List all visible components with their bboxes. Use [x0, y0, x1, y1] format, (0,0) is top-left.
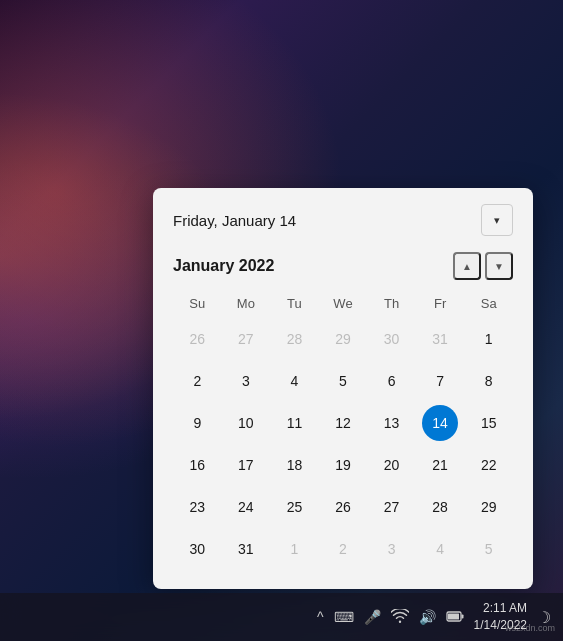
watermark: ws2xdn.com — [505, 623, 555, 633]
day-header-label: Mo — [222, 292, 271, 315]
calendar-day[interactable]: 26 — [325, 489, 361, 525]
calendar-popup: Friday, January 14 ▾ January 2022 ▲ ▼ Su… — [153, 188, 533, 589]
clock-time: 2:11 AM — [483, 600, 527, 617]
calendar-day[interactable]: 1 — [471, 321, 507, 357]
down-arrow-icon: ▼ — [494, 261, 504, 272]
calendar-day[interactable]: 29 — [325, 321, 361, 357]
prev-month-button[interactable]: ▲ — [453, 252, 481, 280]
svg-rect-2 — [461, 614, 463, 618]
calendar-day[interactable]: 31 — [422, 321, 458, 357]
taskbar: ^ ⌨ 🎤 🔊 2:11 AM 1/14/2022 ☽ — [0, 593, 563, 641]
calendar-day[interactable]: 5 — [325, 363, 361, 399]
day-header-label: Tu — [270, 292, 319, 315]
selected-date-label: Friday, January 14 — [173, 212, 296, 229]
month-navigation: January 2022 ▲ ▼ — [173, 252, 513, 280]
calendar-dropdown-button[interactable]: ▾ — [481, 204, 513, 236]
calendar-day[interactable]: 15 — [471, 405, 507, 441]
day-header-label: We — [319, 292, 368, 315]
calendar-day[interactable]: 19 — [325, 447, 361, 483]
calendar-day[interactable]: 2 — [325, 531, 361, 567]
calendar-day[interactable]: 30 — [374, 321, 410, 357]
chevron-up-icon[interactable]: ^ — [317, 609, 324, 625]
day-header-label: Su — [173, 292, 222, 315]
calendar-day[interactable]: 31 — [228, 531, 264, 567]
calendar-day[interactable]: 18 — [276, 447, 312, 483]
calendar-day[interactable]: 14 — [422, 405, 458, 441]
calendar-day[interactable]: 28 — [276, 321, 312, 357]
calendar-day[interactable]: 27 — [228, 321, 264, 357]
calendar-day[interactable]: 5 — [471, 531, 507, 567]
calendar-day[interactable]: 27 — [374, 489, 410, 525]
day-header-label: Th — [367, 292, 416, 315]
volume-icon[interactable]: 🔊 — [419, 609, 436, 625]
microphone-icon[interactable]: 🎤 — [364, 609, 381, 625]
day-header-label: Sa — [464, 292, 513, 315]
day-header-label: Fr — [416, 292, 465, 315]
calendar-day[interactable]: 3 — [374, 531, 410, 567]
calendar-day[interactable]: 4 — [422, 531, 458, 567]
calendar-day[interactable]: 17 — [228, 447, 264, 483]
calendar-day[interactable]: 7 — [422, 363, 458, 399]
calendar-day[interactable]: 2 — [179, 363, 215, 399]
days-grid: 2627282930311234567891011121314151617181… — [173, 319, 513, 569]
calendar-day[interactable]: 28 — [422, 489, 458, 525]
calendar-day[interactable]: 4 — [276, 363, 312, 399]
nav-arrows-container: ▲ ▼ — [453, 252, 513, 280]
day-headers-row: SuMoTuWeThFrSa — [173, 292, 513, 315]
calendar-day[interactable]: 6 — [374, 363, 410, 399]
calendar-day[interactable]: 23 — [179, 489, 215, 525]
date-header: Friday, January 14 ▾ — [173, 204, 513, 236]
next-month-button[interactable]: ▼ — [485, 252, 513, 280]
calendar-day[interactable]: 10 — [228, 405, 264, 441]
keyboard-icon[interactable]: ⌨ — [334, 609, 354, 625]
month-year-label: January 2022 — [173, 257, 274, 275]
up-arrow-icon: ▲ — [462, 261, 472, 272]
calendar-day[interactable]: 9 — [179, 405, 215, 441]
calendar-day[interactable]: 3 — [228, 363, 264, 399]
calendar-day[interactable]: 12 — [325, 405, 361, 441]
taskbar-system-icons: ^ ⌨ 🎤 🔊 — [317, 609, 464, 626]
calendar-day[interactable]: 24 — [228, 489, 264, 525]
calendar-day[interactable]: 11 — [276, 405, 312, 441]
calendar-grid: SuMoTuWeThFrSa 2627282930311234567891011… — [173, 292, 513, 569]
calendar-day[interactable]: 30 — [179, 531, 215, 567]
chevron-down-icon: ▾ — [494, 214, 500, 227]
calendar-day[interactable]: 22 — [471, 447, 507, 483]
calendar-day[interactable]: 25 — [276, 489, 312, 525]
svg-rect-1 — [448, 613, 459, 619]
calendar-day[interactable]: 20 — [374, 447, 410, 483]
calendar-day[interactable]: 26 — [179, 321, 215, 357]
calendar-day[interactable]: 1 — [276, 531, 312, 567]
calendar-day[interactable]: 8 — [471, 363, 507, 399]
battery-icon[interactable] — [446, 609, 464, 626]
calendar-day[interactable]: 16 — [179, 447, 215, 483]
wifi-icon[interactable] — [391, 609, 409, 626]
calendar-day[interactable]: 13 — [374, 405, 410, 441]
calendar-day[interactable]: 21 — [422, 447, 458, 483]
calendar-day[interactable]: 29 — [471, 489, 507, 525]
